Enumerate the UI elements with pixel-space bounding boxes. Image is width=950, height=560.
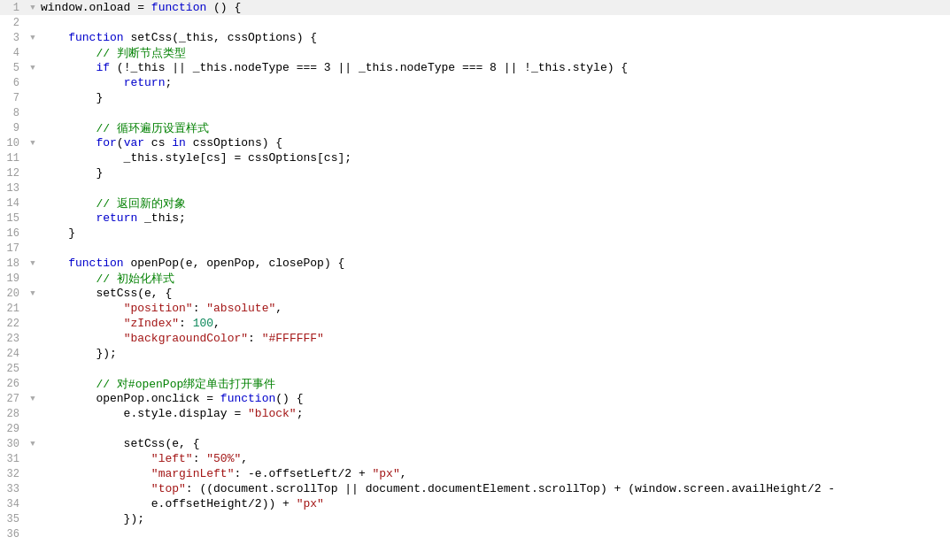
code-text: setCss(e, { — [39, 287, 950, 300]
line-number: 10 — [0, 137, 27, 150]
code-line: 4 // 判断节点类型 — [0, 45, 950, 60]
code-line: 23 "backgraoundColor": "#FFFFFF" — [0, 331, 950, 346]
line-number: 23 — [0, 333, 27, 345]
code-text: if (!_this || _this.nodeType === 3 || _t… — [39, 61, 950, 74]
code-line: 1▼window.onload = function () { — [0, 0, 950, 15]
code-line: 34 e.offsetHeight/2)) + "px" — [0, 496, 950, 511]
code-line: 27▼ openPop.onclick = function() { — [0, 391, 950, 406]
line-number: 8 — [0, 107, 27, 119]
code-line: 14 // 返回新的对象 — [0, 196, 950, 211]
code-line: 32 "marginLeft": -e.offsetLeft/2 + "px", — [0, 466, 950, 481]
line-number: 16 — [0, 227, 27, 240]
code-line: 2 — [0, 15, 950, 30]
fold-arrow[interactable]: ▼ — [27, 259, 39, 268]
code-text: // 循环遍历设置样式 — [39, 120, 950, 136]
code-line: 25 — [0, 361, 950, 376]
fold-arrow[interactable]: ▼ — [27, 4, 39, 12]
code-text: // 初始化样式 — [39, 271, 950, 287]
code-text: "position": "absolute", — [39, 302, 950, 315]
code-text: } — [39, 166, 950, 180]
line-number: 3 — [0, 32, 27, 44]
code-text: return; — [39, 76, 950, 89]
code-line: 16 } — [0, 226, 950, 241]
line-number: 22 — [0, 318, 27, 330]
code-text: function openPop(e, openPop, closePop) { — [39, 257, 950, 270]
code-line: 10▼ for(var cs in cssOptions) { — [0, 135, 950, 150]
code-line: 20▼ setCss(e, { — [0, 286, 950, 301]
line-number: 29 — [0, 423, 27, 435]
code-editor: 1▼window.onload = function () {23▼ funct… — [0, 0, 950, 560]
line-number: 36 — [0, 528, 27, 541]
code-text: _this.style[cs] = cssOptions[cs]; — [39, 151, 950, 165]
code-text: // 判断节点类型 — [39, 45, 950, 61]
code-text: // 返回新的对象 — [39, 196, 950, 211]
code-text: }); — [39, 347, 950, 360]
code-text: return _this; — [39, 211, 950, 225]
line-number: 26 — [0, 378, 27, 390]
line-number: 28 — [0, 408, 27, 420]
fold-arrow[interactable]: ▼ — [27, 64, 39, 73]
line-number: 18 — [0, 257, 27, 270]
code-line: 30▼ setCss(e, { — [0, 436, 950, 451]
code-line: 18▼ function openPop(e, openPop, closePo… — [0, 256, 950, 271]
code-text: for(var cs in cssOptions) { — [39, 136, 950, 150]
code-text: "marginLeft": -e.offsetLeft/2 + "px", — [39, 467, 950, 480]
code-line: 28 e.style.display = "block"; — [0, 406, 950, 421]
line-number: 25 — [0, 363, 27, 375]
line-number: 11 — [0, 152, 27, 165]
fold-arrow[interactable]: ▼ — [27, 440, 39, 449]
line-number: 32 — [0, 468, 27, 480]
line-number: 6 — [0, 77, 27, 89]
line-number: 35 — [0, 513, 27, 525]
line-number: 30 — [0, 438, 27, 450]
code-line: 21 "position": "absolute", — [0, 301, 950, 316]
code-line: 31 "left": "50%", — [0, 451, 950, 466]
line-number: 27 — [0, 393, 27, 405]
line-number: 4 — [0, 47, 27, 59]
line-number: 5 — [0, 62, 27, 74]
line-number: 14 — [0, 197, 27, 210]
code-line: 24 }); — [0, 346, 950, 361]
code-line: 29 — [0, 421, 950, 436]
line-number: 12 — [0, 167, 27, 180]
code-line: 36 — [0, 526, 950, 541]
line-number: 24 — [0, 348, 27, 360]
code-text: window.onload = function () { — [39, 1, 950, 14]
code-line: 22 "zIndex": 100, — [0, 316, 950, 331]
line-number: 33 — [0, 483, 27, 495]
code-line: 33 "top": ((document.scrollTop || docume… — [0, 481, 950, 496]
line-number: 2 — [0, 17, 27, 29]
code-text: setCss(e, { — [39, 437, 950, 450]
code-line: 12 } — [0, 165, 950, 180]
fold-arrow[interactable]: ▼ — [27, 139, 39, 148]
code-line: 13 — [0, 180, 950, 196]
code-line: 9 // 循环遍历设置样式 — [0, 120, 950, 135]
line-number: 15 — [0, 212, 27, 225]
code-text: function setCss(_this, cssOptions) { — [39, 31, 950, 44]
fold-arrow[interactable]: ▼ — [27, 289, 39, 298]
code-text: "left": "50%", — [39, 452, 950, 465]
code-text: "top": ((document.scrollTop || document.… — [39, 482, 950, 495]
code-line: 7 } — [0, 90, 950, 105]
code-text: }); — [39, 512, 950, 525]
line-number: 1 — [0, 2, 27, 14]
fold-arrow[interactable]: ▼ — [27, 34, 39, 42]
line-number: 34 — [0, 498, 27, 510]
code-text: "backgraoundColor": "#FFFFFF" — [39, 332, 950, 345]
line-number: 20 — [0, 288, 27, 300]
code-text: e.style.display = "block"; — [39, 407, 950, 420]
code-line: 35 }); — [0, 511, 950, 526]
code-line: 26 // 对#openPop绑定单击打开事件 — [0, 376, 950, 391]
code-line: 3▼ function setCss(_this, cssOptions) { — [0, 30, 950, 45]
code-text: // 对#openPop绑定单击打开事件 — [39, 376, 950, 392]
line-number: 19 — [0, 272, 27, 285]
line-number: 21 — [0, 303, 27, 315]
line-number: 9 — [0, 122, 27, 134]
code-text: } — [39, 91, 950, 104]
fold-arrow[interactable]: ▼ — [27, 395, 39, 403]
code-text: } — [39, 226, 950, 240]
line-number: 31 — [0, 453, 27, 465]
code-line: 6 return; — [0, 75, 950, 90]
code-line: 15 return _this; — [0, 211, 950, 226]
code-line: 19 // 初始化样式 — [0, 271, 950, 286]
